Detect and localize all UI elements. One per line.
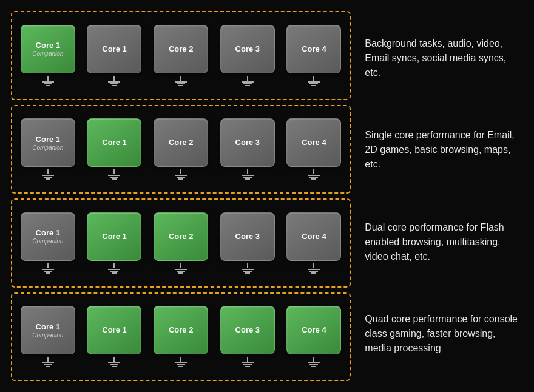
- chip-body-3-2: Core 2: [154, 306, 208, 354]
- core-row-3: Core 1CompanionCore 1Core 2Core 3Core 4: [11, 198, 351, 288]
- chip-body-1-3: Core 3: [220, 118, 275, 167]
- chip-sublabel: Companion: [32, 332, 63, 339]
- ground-symbol: [308, 263, 320, 274]
- chip-body-1-4: Core 4: [286, 118, 341, 167]
- chip-0-3: Core 3: [217, 25, 279, 86]
- chip-label: Core 1: [102, 232, 126, 242]
- ground-symbol: [308, 76, 320, 86]
- row-description-3: Dual core performance for Flash enabled …: [365, 196, 522, 288]
- chip-0-2: Core 2: [150, 25, 212, 86]
- main-container: Core 1CompanionCore 1Core 2Core 3Core 4C…: [0, 0, 534, 392]
- right-panel: Background tasks, audio, video, Email sy…: [356, 6, 528, 386]
- chip-label: Core 1: [102, 138, 126, 147]
- ground-symbol: [108, 357, 120, 367]
- ground-symbol: [42, 169, 54, 180]
- chip-1-3: Core 3: [217, 118, 279, 180]
- chip-body-3-4: Core 4: [286, 306, 341, 354]
- row-description-1: Background tasks, audio, video, Email sy…: [365, 12, 522, 104]
- chip-3-4: Core 4: [283, 306, 345, 367]
- chip-body-2-3: Core 3: [220, 212, 275, 261]
- chip-1-2: Core 2: [150, 118, 212, 180]
- chip-body-0-2: Core 2: [154, 25, 208, 73]
- chip-3-2: Core 2: [150, 306, 212, 367]
- chip-2-2: Core 2: [150, 212, 212, 274]
- ground-symbol: [308, 357, 320, 367]
- chip-0-1: Core 1: [84, 25, 146, 86]
- ground-symbol: [175, 357, 187, 367]
- chip-3-3: Core 3: [217, 306, 279, 367]
- chip-label: Core 1: [36, 135, 60, 144]
- chip-label: Core 4: [302, 138, 326, 147]
- chip-1-1: Core 1: [84, 118, 146, 180]
- ground-symbol: [108, 263, 120, 274]
- ground-symbol: [242, 263, 254, 274]
- chip-2-0: Core 1Companion: [17, 212, 79, 274]
- ground-symbol: [242, 357, 254, 367]
- chip-body-0-3: Core 3: [220, 25, 275, 73]
- chip-body-2-2: Core 2: [154, 212, 208, 261]
- ground-symbol: [308, 169, 320, 180]
- chip-1-4: Core 4: [283, 118, 345, 180]
- chip-label: Core 1: [36, 41, 60, 50]
- ground-symbol: [175, 76, 187, 86]
- chip-body-2-4: Core 4: [286, 212, 341, 261]
- chip-body-0-0: Core 1Companion: [21, 25, 75, 73]
- chip-label: Core 1: [36, 322, 60, 332]
- core-row-1: Core 1CompanionCore 1Core 2Core 3Core 4: [11, 11, 351, 100]
- row-description-4: Quad core performance for console class …: [365, 288, 522, 380]
- ground-symbol: [242, 169, 254, 180]
- chip-2-4: Core 4: [283, 212, 345, 274]
- chip-body-2-1: Core 1: [87, 212, 141, 261]
- chip-body-1-2: Core 2: [154, 118, 208, 167]
- chip-label: Core 1: [102, 44, 126, 54]
- chip-body-3-0: Core 1Companion: [21, 306, 75, 354]
- chip-3-1: Core 1: [84, 306, 146, 367]
- chip-label: Core 3: [235, 325, 260, 335]
- chip-2-3: Core 3: [217, 212, 279, 274]
- ground-symbol: [108, 169, 120, 180]
- row-description-2: Single core performance for Email, 2D ga…: [365, 104, 522, 197]
- chip-2-1: Core 1: [84, 212, 146, 274]
- chip-label: Core 1: [102, 325, 126, 335]
- ground-symbol: [42, 263, 54, 274]
- ground-symbol: [42, 357, 54, 367]
- chip-body-0-1: Core 1: [87, 25, 141, 73]
- chip-label: Core 3: [235, 232, 260, 242]
- chip-label: Core 1: [36, 228, 60, 238]
- chip-label: Core 2: [169, 232, 193, 242]
- chip-label: Core 2: [169, 138, 193, 147]
- chip-0-4: Core 4: [283, 25, 345, 86]
- chip-sublabel: Companion: [32, 144, 63, 151]
- chip-body-1-0: Core 1Companion: [21, 118, 75, 167]
- chip-0-0: Core 1Companion: [17, 25, 79, 86]
- chip-sublabel: Companion: [32, 238, 63, 245]
- chip-label: Core 4: [302, 44, 326, 54]
- chip-body-1-1: Core 1: [87, 118, 141, 167]
- chip-3-0: Core 1Companion: [17, 306, 79, 367]
- chip-label: Core 3: [235, 138, 260, 147]
- ground-symbol: [242, 76, 254, 86]
- chip-body-2-0: Core 1Companion: [21, 212, 75, 261]
- core-row-4: Core 1CompanionCore 1Core 2Core 3Core 4: [11, 292, 351, 382]
- core-row-2: Core 1CompanionCore 1Core 2Core 3Core 4: [11, 105, 351, 194]
- chip-label: Core 4: [302, 232, 326, 242]
- chip-body-0-4: Core 4: [286, 25, 341, 73]
- left-panel: Core 1CompanionCore 1Core 2Core 3Core 4C…: [6, 6, 356, 386]
- chip-body-3-1: Core 1: [87, 306, 141, 354]
- chip-label: Core 2: [169, 44, 193, 54]
- ground-symbol: [42, 76, 54, 86]
- ground-symbol: [175, 263, 187, 274]
- chip-1-0: Core 1Companion: [17, 118, 79, 180]
- chip-body-3-3: Core 3: [220, 306, 275, 354]
- chip-label: Core 3: [235, 44, 260, 54]
- chip-sublabel: Companion: [32, 50, 63, 57]
- ground-symbol: [108, 76, 120, 86]
- ground-symbol: [175, 169, 187, 180]
- chip-label: Core 4: [302, 325, 326, 335]
- chip-label: Core 2: [169, 325, 193, 335]
